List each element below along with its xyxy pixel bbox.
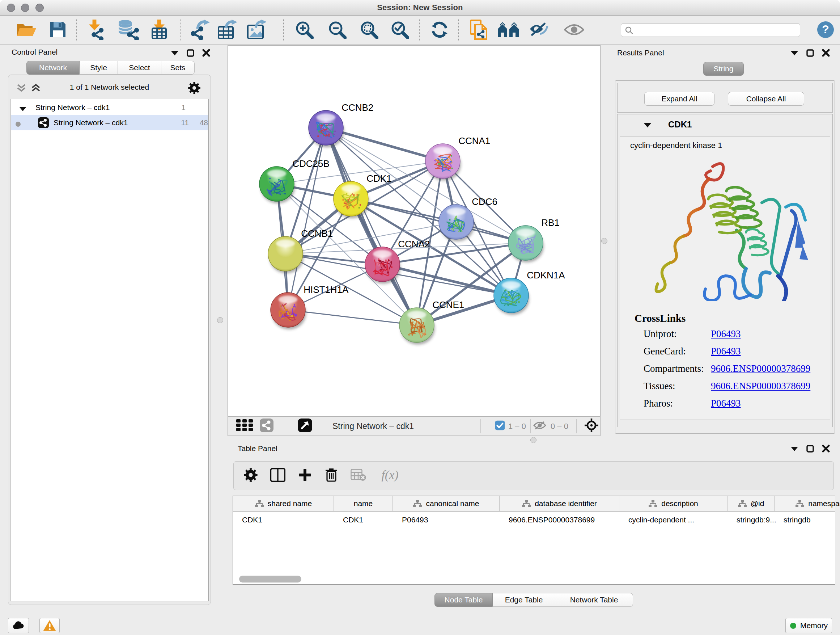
network-node-CDKN1A[interactable]: CDKN1A bbox=[494, 270, 565, 315]
birdseye-grid-icon[interactable] bbox=[236, 419, 253, 433]
table-horizontal-scrollbar[interactable] bbox=[234, 576, 833, 583]
network-node-CDC6[interactable]: CDC6 bbox=[439, 196, 497, 241]
control-panel-menu-triangle-icon[interactable] bbox=[171, 50, 179, 57]
table-scrollbar-thumb[interactable] bbox=[239, 576, 302, 583]
export-table-icon[interactable] bbox=[218, 19, 238, 41]
left-splitter-handle[interactable] bbox=[217, 317, 223, 323]
network-row-selected[interactable]: String Network – cdk1 11 48 bbox=[11, 115, 208, 130]
network-canvas[interactable]: CCNB2CCNA1CDC25BCDK1CDC6RB1CCNB1CCNA2CDK… bbox=[227, 45, 600, 417]
table-panel-close-icon[interactable] bbox=[822, 445, 830, 454]
show-columns-icon[interactable] bbox=[270, 468, 286, 483]
network-node-CCNE1[interactable]: CCNE1 bbox=[399, 299, 464, 345]
expand-all-button[interactable]: Expand All bbox=[644, 92, 714, 106]
memory-button[interactable]: Memory bbox=[785, 618, 832, 633]
zoom-out-icon[interactable] bbox=[328, 20, 347, 41]
control-tab-style[interactable]: Style bbox=[80, 61, 118, 74]
import-table-icon[interactable] bbox=[151, 19, 167, 41]
table-options-gear-icon[interactable] bbox=[243, 468, 258, 484]
cell-canonical-name[interactable]: P06493 bbox=[393, 512, 500, 528]
function-builder-icon[interactable]: f(x) bbox=[381, 468, 398, 482]
crosslink-link-compartments[interactable]: 9606.ENSP00000378699 bbox=[711, 363, 810, 374]
table-panel-float-icon[interactable] bbox=[806, 445, 814, 454]
open-file-icon[interactable] bbox=[16, 21, 36, 40]
table-tab-network-table[interactable]: Network Table bbox=[555, 593, 633, 607]
control-panel-close-icon[interactable] bbox=[202, 49, 210, 58]
cell-database-identifier[interactable]: 9606.ENSP00000378699 bbox=[500, 512, 619, 528]
cell-shared-name[interactable]: CDK1 bbox=[233, 512, 334, 528]
node-label-CDK1: CDK1 bbox=[366, 173, 392, 184]
copy-style-icon[interactable] bbox=[470, 19, 488, 41]
network-collection-row[interactable]: String Network – cdk1 1 bbox=[11, 100, 208, 115]
control-tab-network[interactable]: Network bbox=[27, 61, 80, 74]
network-node-CCNB2[interactable]: CCNB2 bbox=[309, 102, 373, 147]
export-image-icon[interactable] bbox=[247, 19, 267, 41]
results-panel-close-icon[interactable] bbox=[822, 49, 830, 58]
crosslink-label-pharos: Pharos: bbox=[644, 398, 673, 409]
network-options-gear-icon[interactable] bbox=[188, 81, 201, 96]
import-network-file-icon[interactable] bbox=[86, 19, 105, 41]
network-node-HIST1H1A[interactable]: HIST1H1A bbox=[271, 284, 349, 329]
save-session-icon[interactable] bbox=[49, 21, 67, 40]
column-header-description[interactable]: description bbox=[619, 496, 728, 511]
export-network-icon[interactable] bbox=[191, 19, 210, 41]
control-tab-select[interactable]: Select bbox=[118, 61, 161, 74]
first-neighbors-icon[interactable] bbox=[497, 22, 519, 39]
column-header-canonical-name[interactable]: canonical name bbox=[393, 496, 500, 511]
search-input[interactable] bbox=[635, 24, 794, 35]
column-header-name[interactable]: name bbox=[334, 496, 393, 511]
cell-namespace[interactable]: stringdb bbox=[775, 512, 840, 528]
cell-description[interactable]: cyclin-dependent ... bbox=[619, 512, 728, 528]
add-column-icon[interactable] bbox=[298, 468, 312, 483]
zoom-in-icon[interactable] bbox=[295, 20, 314, 41]
hidden-eye-icon[interactable] bbox=[533, 421, 546, 432]
table-panel-menu-triangle-icon[interactable] bbox=[790, 446, 798, 453]
edge-CCNE1-CCNB2[interactable] bbox=[326, 128, 417, 325]
warnings-button[interactable] bbox=[39, 618, 60, 633]
selected-checkbox-icon[interactable] bbox=[495, 421, 505, 432]
column-header-shared-name[interactable]: shared name bbox=[233, 496, 334, 511]
edge-CCNB2-HIST1H1A[interactable] bbox=[288, 128, 326, 310]
node-label-HIST1H1A: HIST1H1A bbox=[303, 284, 349, 295]
network-node-CCNB1[interactable]: CCNB1 bbox=[268, 228, 333, 273]
crosslink-link-genecard[interactable]: P06493 bbox=[711, 346, 741, 357]
zoom-fit-icon[interactable] bbox=[360, 20, 378, 41]
delete-table-icon[interactable] bbox=[351, 469, 366, 483]
crosslink-link-tissues[interactable]: 9606.ENSP00000378699 bbox=[711, 380, 810, 392]
network-node-CCNA1[interactable]: CCNA1 bbox=[425, 135, 490, 181]
refresh-icon[interactable] bbox=[430, 20, 449, 41]
collapse-all-button[interactable]: Collapse All bbox=[728, 92, 804, 106]
cell-@id[interactable]: stringdb:9... bbox=[728, 512, 775, 528]
edge-CDK1-RB1[interactable] bbox=[351, 199, 526, 243]
collapse-protein-triangle-icon[interactable] bbox=[644, 122, 652, 130]
table-tab-node-table[interactable]: Node Table bbox=[434, 593, 493, 607]
crosslink-link-pharos[interactable]: P06493 bbox=[711, 398, 741, 409]
open-in-new-window-icon[interactable] bbox=[298, 418, 312, 434]
results-tab-string[interactable]: String bbox=[703, 62, 744, 76]
cell-name[interactable]: CDK1 bbox=[334, 512, 393, 528]
collapse-triangle-icon[interactable] bbox=[19, 105, 27, 114]
column-header-namespace[interactable]: namespace bbox=[775, 496, 840, 511]
hide-selected-icon[interactable] bbox=[529, 22, 549, 39]
search-field[interactable] bbox=[621, 23, 800, 37]
show-all-icon[interactable] bbox=[564, 23, 584, 38]
zoom-selected-icon[interactable] bbox=[390, 20, 409, 41]
right-splitter-handle[interactable] bbox=[601, 238, 607, 244]
control-tab-sets[interactable]: Sets bbox=[161, 61, 195, 74]
crosslink-link-uniprot[interactable]: P06493 bbox=[711, 328, 741, 340]
column-header-@id[interactable]: @id bbox=[728, 496, 775, 511]
edge-CCNE1-HIST1H1A[interactable] bbox=[288, 310, 417, 325]
column-header-database-identifier[interactable]: database identifier bbox=[500, 496, 619, 511]
results-panel-float-icon[interactable] bbox=[806, 49, 814, 58]
protein-result-header[interactable]: CDK1 bbox=[617, 114, 832, 136]
network-share-badge-icon[interactable] bbox=[260, 418, 273, 434]
results-panel-menu-triangle-icon[interactable] bbox=[790, 50, 798, 57]
table-row[interactable]: CDK1CDK1P064939606.ENSP00000378699cyclin… bbox=[233, 512, 835, 528]
import-network-database-icon[interactable] bbox=[117, 19, 139, 41]
control-panel-float-icon[interactable] bbox=[187, 49, 194, 58]
delete-column-trash-icon[interactable] bbox=[325, 468, 338, 484]
cloud-button[interactable] bbox=[8, 618, 29, 633]
table-tab-edge-table[interactable]: Edge Table bbox=[493, 593, 555, 607]
center-view-crosshair-icon[interactable] bbox=[584, 418, 599, 434]
help-icon[interactable]: ? bbox=[816, 21, 835, 40]
network-node-RB1[interactable]: RB1 bbox=[508, 217, 560, 263]
